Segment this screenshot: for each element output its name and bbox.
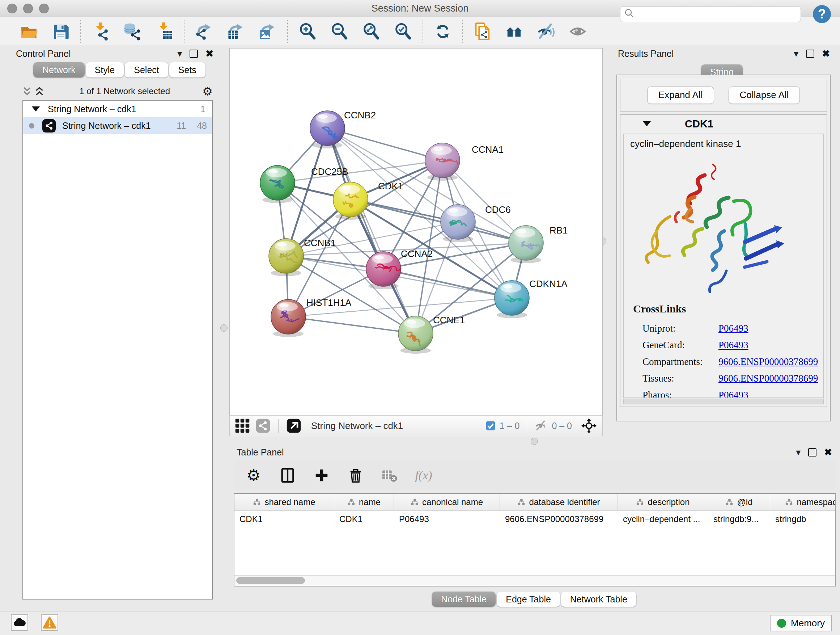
tab-network[interactable]: Network (33, 62, 85, 78)
results-panel-collapse-icon[interactable]: ▾ (794, 50, 798, 57)
control-panel-collapse-icon[interactable]: ▾ (177, 50, 182, 57)
save-session-button[interactable] (45, 19, 77, 44)
search-box[interactable] (620, 6, 801, 22)
network-canvas[interactable]: CCNB2CCNA1CDC25BCDK1CDC6RB1CCNB1CCNA2CDK… (229, 48, 603, 415)
network-node-cdc25b[interactable] (260, 165, 295, 203)
column-header-@id[interactable]: @id (708, 494, 770, 510)
crosslink-link[interactable]: P06493 (718, 340, 818, 351)
network-edge[interactable] (384, 269, 512, 298)
section-collapse-caret-icon[interactable] (643, 121, 651, 126)
network-node-ccnb1[interactable] (269, 239, 303, 276)
export-network-button[interactable] (188, 19, 220, 44)
column-header-database-identifier[interactable]: database identifier (500, 494, 618, 510)
network-node-ccne1[interactable] (398, 316, 433, 354)
table-panel-collapse-icon[interactable]: ▾ (796, 448, 801, 456)
left-splitter-handle[interactable] (220, 325, 227, 332)
warnings-button[interactable] (41, 614, 58, 631)
crosslink-link[interactable]: 9606.ENSP00000378699 (718, 373, 818, 384)
column-header-name[interactable]: name (334, 494, 394, 510)
cell-database-identifier[interactable]: 9606.ENSP00000378699 (500, 514, 618, 524)
table-function-icon[interactable]: f(x) (415, 467, 432, 484)
cell-description[interactable]: cyclin–dependent ... (618, 514, 708, 524)
network-row-selected[interactable]: String Network – cdk1 11 48 (23, 117, 212, 134)
network-node-cdk1[interactable] (333, 182, 368, 220)
tab-network-table[interactable]: Network Table (561, 592, 636, 607)
table-panel-close-icon[interactable]: ✖ (824, 447, 832, 458)
open-session-button[interactable] (13, 19, 45, 44)
network-node-ccna1[interactable] (425, 143, 460, 181)
protein-section-header[interactable]: CDK1 (621, 115, 827, 133)
cell-shared-name[interactable]: CDK1 (234, 514, 334, 524)
results-panel-float-icon[interactable] (806, 50, 814, 58)
results-panel-close-icon[interactable]: ✖ (822, 48, 830, 59)
expand-all-button[interactable]: Expand All (647, 87, 714, 104)
cell-namespace[interactable]: stringdb (770, 514, 836, 524)
search-input[interactable] (635, 7, 801, 21)
column-header-shared-name[interactable]: shared name (234, 494, 334, 510)
network-node-ccna2[interactable] (366, 252, 401, 289)
table-add-icon[interactable] (313, 467, 330, 484)
cell-@id[interactable]: stringdb:9... (708, 514, 770, 524)
control-panel-close-icon[interactable]: ✖ (205, 48, 213, 59)
table-columns-icon[interactable] (279, 467, 296, 484)
control-panel-float-icon[interactable] (189, 50, 198, 58)
collapse-all-networks-icon[interactable] (22, 87, 32, 96)
scrollbar-thumb[interactable] (236, 577, 305, 584)
hide-selected-button[interactable] (531, 19, 562, 44)
table-clear-icon[interactable] (381, 467, 398, 484)
node-table[interactable]: shared namenamecanonical namedatabase id… (234, 493, 836, 586)
network-edge[interactable] (288, 317, 416, 333)
network-node-hist1h1a[interactable] (271, 299, 306, 337)
expand-all-networks-icon[interactable] (35, 87, 44, 96)
tab-style[interactable]: Style (86, 62, 124, 78)
crosslink-link[interactable]: P06493 (718, 323, 818, 334)
import-database-button[interactable] (117, 19, 148, 44)
collection-expand-caret-icon[interactable] (32, 106, 40, 111)
network-node-cdkn1a[interactable] (494, 280, 529, 318)
clipboard-network-button[interactable] (467, 19, 499, 44)
column-header-description[interactable]: description (618, 494, 708, 510)
crosslink-link[interactable]: 9606.ENSP00000378699 (718, 356, 818, 367)
network-node-rb1[interactable] (508, 226, 543, 263)
import-network-button[interactable] (85, 19, 117, 44)
table-settings-icon[interactable]: ⚙ (245, 467, 262, 484)
column-header-canonical-name[interactable]: canonical name (394, 494, 500, 510)
tab-node-table[interactable]: Node Table (432, 592, 496, 607)
export-image-button[interactable] (252, 19, 284, 44)
zoom-in-button[interactable] (292, 19, 324, 44)
zoom-selected-button[interactable] (387, 19, 419, 44)
birds-eye-toggle-icon[interactable] (581, 417, 597, 434)
help-button[interactable]: ? (813, 5, 831, 23)
network-collection-row[interactable]: String Network – cdk1 1 (23, 101, 212, 117)
table-row[interactable]: CDK1CDK1P064939606.ENSP00000378699cyclin… (234, 511, 835, 527)
string-view-badge-icon[interactable] (255, 418, 271, 434)
hidden-eye-icon[interactable] (534, 419, 548, 432)
tab-edge-table[interactable]: Edge Table (497, 592, 560, 607)
import-table-button[interactable] (148, 19, 180, 44)
refresh-button[interactable] (427, 19, 459, 44)
open-in-window-icon[interactable] (286, 418, 302, 434)
tab-select[interactable]: Select (125, 62, 168, 78)
collapse-all-button[interactable]: Collapse All (729, 87, 800, 104)
table-panel-float-icon[interactable] (808, 448, 816, 456)
crosslink-link[interactable]: P06493 (718, 390, 818, 398)
cell-canonical-name[interactable]: P06493 (394, 514, 500, 524)
table-toolbar: ⚙f(x) (234, 461, 836, 490)
export-table-button[interactable] (220, 19, 252, 44)
memory-button[interactable]: Memory (770, 615, 832, 631)
column-header-namespace[interactable]: namespace (770, 494, 836, 510)
show-all-button[interactable] (562, 19, 594, 44)
cell-name[interactable]: CDK1 (334, 514, 394, 524)
table-delete-icon[interactable] (347, 467, 364, 484)
table-horizontal-scrollbar[interactable] (234, 575, 835, 586)
cloud-button[interactable] (11, 614, 28, 631)
network-options-gear-icon[interactable]: ⚙ (202, 86, 213, 97)
first-neighbors-button[interactable] (499, 19, 531, 44)
tab-sets[interactable]: Sets (169, 62, 205, 78)
network-node-ccnb2[interactable] (310, 111, 345, 149)
selected-checkbox-icon[interactable] (485, 420, 496, 431)
grid-view-icon[interactable] (235, 418, 250, 433)
zoom-out-button[interactable] (324, 19, 355, 44)
bottom-splitter-handle[interactable] (531, 438, 538, 445)
zoom-fit-button[interactable] (355, 19, 387, 44)
